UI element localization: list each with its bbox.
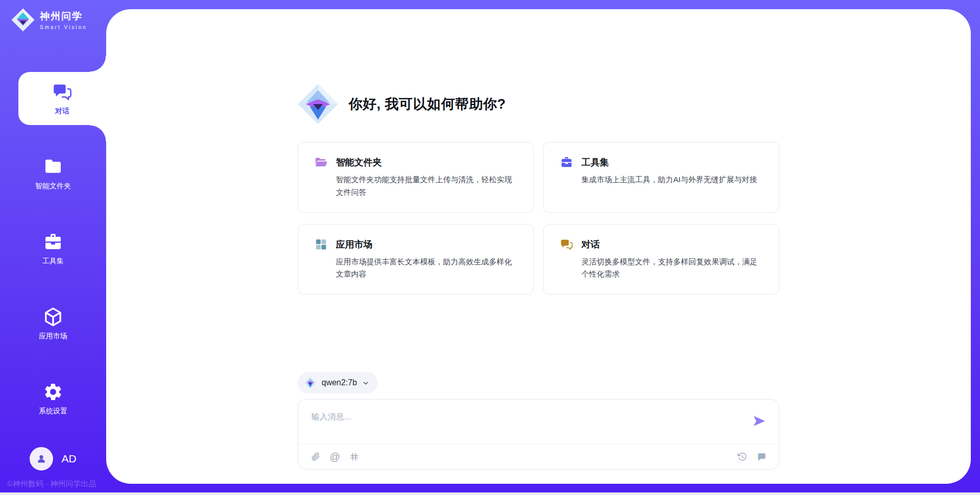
sidebar-item-label: 系统设置: [39, 407, 67, 416]
at-icon: @: [330, 452, 340, 462]
card-description: 应用市场提供丰富长文本模板，助力高效生成多样化文章内容: [336, 256, 518, 281]
blocks-icon: [314, 238, 328, 251]
sidebar: 神州问学 Smart Vision 对话 智能文件夹 工具集: [0, 0, 106, 495]
card-description: 灵活切换多模型文件，支持多样回复效果调试，满足个性化需求: [581, 256, 764, 281]
chat-icon: [52, 82, 72, 102]
folder-open-icon: [314, 156, 328, 169]
copyright-footer: ©神州数码 · 神州问学出品: [7, 479, 96, 489]
chevron-down-icon: [362, 379, 370, 387]
history-icon: [737, 452, 747, 462]
message-mode-button[interactable]: [756, 452, 767, 462]
sidebar-item-label: 智能文件夹: [35, 182, 71, 191]
feature-cards: 智能文件夹 智能文件夹功能支持批量文件上传与清洗，轻松实现文件问答 工具集 集成…: [298, 142, 779, 294]
model-selector[interactable]: qwen2:7b: [298, 372, 378, 393]
card-title: 对话: [581, 238, 600, 251]
cube-icon: [43, 307, 63, 327]
horizontal-scrollbar[interactable]: [0, 492, 980, 495]
card-app-market[interactable]: 应用市场 应用市场提供丰富长文本模板，助力高效生成多样化文章内容: [298, 224, 534, 295]
send-button[interactable]: [752, 414, 766, 428]
sidebar-item-label: 对话: [55, 107, 69, 116]
card-title: 智能文件夹: [336, 156, 382, 168]
sidebar-item-label: 工具集: [42, 257, 64, 266]
folder-icon: [43, 157, 63, 177]
diamond-logo-icon: [11, 8, 35, 32]
brand-logo: 神州问学 Smart Vision: [0, 0, 106, 32]
message-icon: [756, 452, 767, 462]
avatar: [30, 447, 53, 471]
brand-name: 神州问学: [40, 10, 87, 23]
message-composer: @: [298, 399, 779, 469]
paperclip-icon: [310, 452, 321, 462]
hash-icon: [349, 452, 359, 462]
sidebar-item-settings[interactable]: 系统设置: [0, 372, 106, 425]
toolbox-icon: [43, 232, 63, 252]
mention-button[interactable]: @: [330, 452, 340, 462]
diamond-logo-icon: [304, 377, 316, 389]
user-initials: AD: [61, 453, 76, 465]
sidebar-nav: 对话 智能文件夹 工具集 应用市场 系统设置: [0, 72, 106, 425]
sidebar-item-toolset[interactable]: 工具集: [0, 222, 106, 275]
card-chat[interactable]: 对话 灵活切换多模型文件，支持多样回复效果调试，满足个性化需求: [543, 224, 779, 295]
card-smart-folder[interactable]: 智能文件夹 智能文件夹功能支持批量文件上传与清洗，轻松实现文件问答: [298, 142, 534, 213]
gear-icon: [43, 382, 63, 402]
user-account[interactable]: AD: [0, 447, 106, 471]
attach-file-button[interactable]: [310, 452, 321, 462]
greeting-title: 你好, 我可以如何帮助你?: [349, 95, 506, 113]
sidebar-item-chat[interactable]: 对话: [18, 72, 106, 125]
sidebar-item-smart-folder[interactable]: 智能文件夹: [0, 147, 106, 200]
card-description: 智能文件夹功能支持批量文件上传与清洗，轻松实现文件问答: [336, 174, 518, 199]
sidebar-item-app-market[interactable]: 应用市场: [0, 297, 106, 350]
message-input[interactable]: [298, 400, 723, 422]
greeting: 你好, 我可以如何帮助你?: [298, 84, 779, 125]
send-icon: [752, 414, 766, 428]
person-icon: [35, 452, 48, 465]
toolbox-icon: [560, 156, 573, 169]
card-toolset[interactable]: 工具集 集成市场上主流工具，助力AI与外界无缝扩展与对接: [543, 142, 779, 213]
main-panel: 你好, 我可以如何帮助你? 智能文件夹 智能文件夹功能支持批量文件上传与清洗，轻…: [106, 9, 971, 484]
composer-toolbar: @: [298, 443, 779, 469]
chat-icon: [560, 238, 573, 251]
brand-subtitle: Smart Vision: [40, 24, 87, 30]
card-title: 应用市场: [336, 238, 373, 251]
sidebar-item-label: 应用市场: [39, 332, 67, 341]
hashtag-button[interactable]: [349, 452, 359, 462]
diamond-logo-icon: [298, 84, 338, 125]
main-content: 你好, 我可以如何帮助你? 智能文件夹 智能文件夹功能支持批量文件上传与清洗，轻…: [298, 9, 779, 469]
card-description: 集成市场上主流工具，助力AI与外界无缝扩展与对接: [581, 174, 764, 186]
card-title: 工具集: [581, 156, 609, 168]
history-button[interactable]: [737, 452, 747, 462]
model-name: qwen2:7b: [322, 378, 357, 387]
